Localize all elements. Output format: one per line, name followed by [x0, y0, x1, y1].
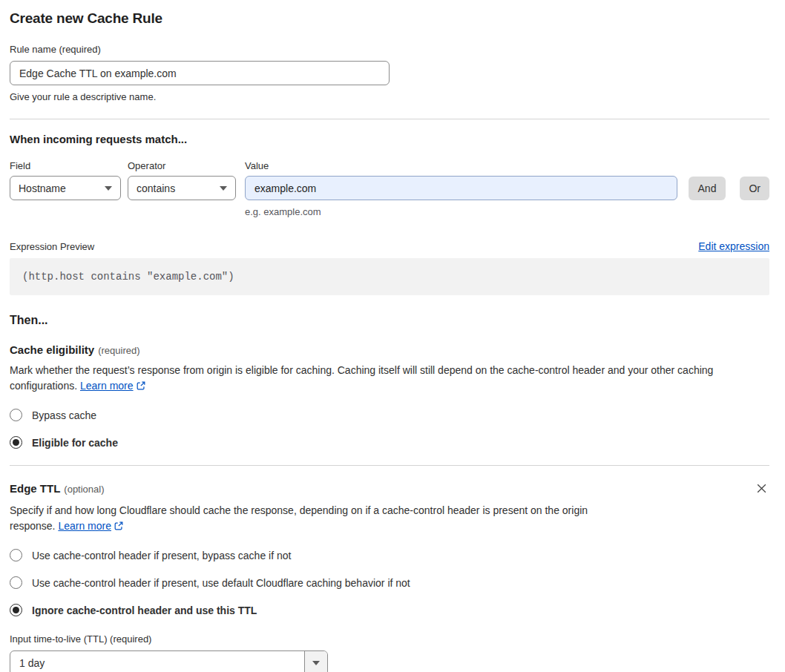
- radio-icon: [10, 604, 22, 616]
- field-label: Field: [10, 160, 128, 171]
- operator-select-value: contains: [137, 182, 175, 194]
- rule-name-label: Rule name (required): [10, 44, 769, 55]
- radio-label: Ignore cache-control header and use this…: [32, 605, 257, 616]
- page-title: Create new Cache Rule: [10, 10, 769, 27]
- field-select[interactable]: Hostname: [10, 176, 121, 200]
- cache-eligibility-title: Cache eligibility: [10, 343, 94, 356]
- match-heading: When incoming requests match...: [10, 133, 769, 145]
- external-link-icon: [136, 381, 146, 391]
- section-divider: [10, 119, 769, 119]
- operator-label: Operator: [128, 160, 245, 171]
- radio-bypass-cache[interactable]: Bypass cache: [10, 409, 769, 421]
- optional-tag: (optional): [64, 484, 104, 495]
- ttl-select[interactable]: 1 day: [10, 650, 328, 672]
- chevron-down-icon: [105, 186, 112, 191]
- radio-label: Bypass cache: [32, 409, 96, 421]
- external-link-icon: [114, 521, 124, 531]
- ttl-select-value: 1 day: [10, 651, 304, 672]
- required-tag: (required): [98, 345, 139, 356]
- radio-label: Use cache-control header if present, byp…: [32, 550, 291, 561]
- create-cache-rule-form: Create new Cache Rule Rule name (require…: [0, 0, 785, 672]
- field-select-value: Hostname: [19, 182, 66, 194]
- expression-builder-labels: Field Operator Value: [10, 160, 769, 171]
- close-icon: [755, 482, 768, 495]
- ttl-select-arrow-button[interactable]: [304, 651, 327, 672]
- radio-icon: [10, 409, 22, 421]
- edge-ttl-heading: Edge TTL(optional): [10, 482, 105, 495]
- ttl-label: Input time-to-live (TTL) (required): [10, 633, 769, 645]
- value-helper: e.g. example.com: [245, 206, 769, 217]
- radio-eligible-for-cache[interactable]: Eligible for cache: [10, 436, 769, 449]
- radio-use-header-bypass[interactable]: Use cache-control header if present, byp…: [10, 549, 769, 561]
- cache-eligibility-description: Mark whether the request’s response from…: [10, 363, 769, 394]
- learn-more-link[interactable]: Learn more: [58, 520, 111, 532]
- expression-preview-code: (http.host contains "example.com"): [10, 258, 769, 295]
- value-input[interactable]: [245, 176, 677, 200]
- operator-select[interactable]: contains: [128, 176, 236, 200]
- radio-icon: [10, 549, 22, 561]
- and-button[interactable]: And: [689, 177, 726, 200]
- expression-builder-row: Hostname contains And Or: [10, 176, 769, 200]
- radio-icon: [10, 576, 22, 589]
- chevron-down-icon: [312, 661, 320, 665]
- edge-ttl-description: Specify if and how long Cloudflare shoul…: [10, 503, 627, 534]
- radio-label: Eligible for cache: [32, 437, 118, 449]
- edge-ttl-title: Edge TTL: [10, 482, 60, 495]
- value-label: Value: [245, 160, 269, 171]
- edit-expression-link[interactable]: Edit expression: [698, 240, 769, 252]
- radio-icon: [10, 436, 22, 449]
- learn-more-link[interactable]: Learn more: [80, 380, 134, 392]
- radio-ignore-header-ttl[interactable]: Ignore cache-control header and use this…: [10, 604, 769, 616]
- expression-preview-row: Expression Preview Edit expression: [10, 240, 769, 252]
- edge-ttl-heading-row: Edge TTL(optional): [10, 481, 769, 496]
- then-heading: Then...: [10, 314, 769, 327]
- or-button[interactable]: Or: [740, 177, 769, 200]
- section-divider: [10, 465, 769, 466]
- rule-name-input[interactable]: [10, 61, 390, 85]
- radio-use-header-default[interactable]: Use cache-control header if present, use…: [10, 576, 769, 589]
- expression-preview-label: Expression Preview: [10, 241, 94, 252]
- radio-label: Use cache-control header if present, use…: [32, 577, 410, 589]
- close-edge-ttl-button[interactable]: [754, 481, 769, 496]
- cache-eligibility-heading: Cache eligibility(required): [10, 343, 769, 356]
- chevron-down-icon: [220, 186, 227, 191]
- rule-name-helper: Give your rule a descriptive name.: [10, 91, 769, 102]
